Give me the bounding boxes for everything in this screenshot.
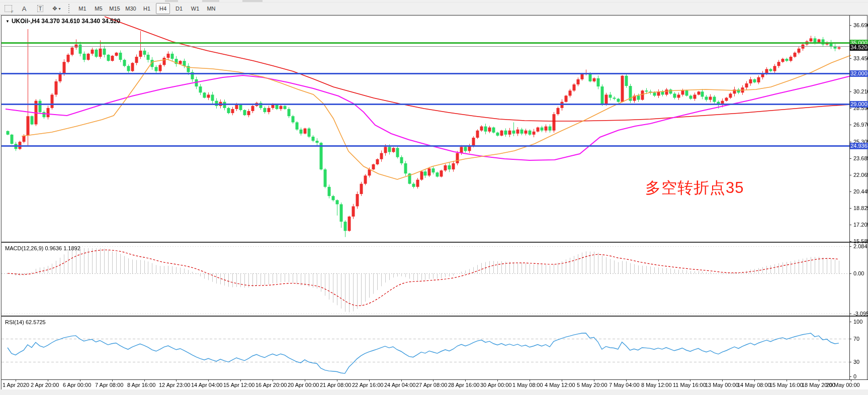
price-axis-label: 26.970	[853, 122, 868, 128]
axis-tick-mark	[849, 142, 851, 142]
time-tick-mark	[305, 380, 305, 381]
time-axis-label: 13 May 00:00	[705, 382, 739, 388]
rsi-panel-canvas[interactable]	[2, 317, 851, 379]
time-axis-label: 22 Apr 16:00	[352, 382, 383, 388]
price-axis-label: 20.445	[853, 188, 868, 194]
chart-text-annotation: 多空转折点35	[645, 177, 744, 199]
ohlc-readout: 34.370 34.610 34.340 34.520	[41, 18, 120, 25]
tf-button-d1[interactable]: D1	[172, 3, 186, 14]
axis-tick-mark	[849, 362, 851, 362]
period-separators-icon[interactable]: F	[1, 3, 15, 14]
time-tick-mark	[626, 380, 627, 381]
time-axis-label: 12 Apr 23:00	[159, 382, 190, 388]
time-axis-label: 15 Apr 12:00	[223, 382, 254, 388]
price-axis-label: 0	[853, 373, 856, 379]
time-axis-label: 7 May 04:00	[609, 382, 640, 388]
axis-tick-mark	[849, 208, 851, 209]
time-tick-mark	[690, 380, 690, 381]
symbol-name: UKOil-,H4	[12, 18, 40, 25]
time-tick-mark	[369, 380, 370, 381]
toolbar-separator[interactable]	[68, 4, 71, 13]
chart-toolbar: FAT❖▾M1M5M15M30H1H4D1W1MN	[0, 3, 868, 15]
chart-window: ▼UKOil-,H4 34.370 34.610 34.340 34.520 多…	[1, 15, 867, 389]
text-box-icon[interactable]: T	[33, 3, 47, 14]
price-axis-label: 100	[853, 319, 862, 325]
time-tick-mark	[176, 380, 177, 381]
time-axis-label: 30 Apr 00:00	[480, 382, 511, 388]
tf-button-m1[interactable]: M1	[75, 3, 90, 14]
price-axis-label: 2.084	[853, 243, 867, 249]
time-tick-mark	[401, 380, 402, 381]
time-axis-label: 28 Apr 16:00	[448, 382, 479, 388]
symbol-dropdown-icon[interactable]: ▼	[6, 19, 10, 24]
time-axis-label: 20 May 00:00	[826, 382, 860, 388]
price-axis-label: 23.685	[853, 155, 868, 161]
tf-button-w1[interactable]: W1	[188, 3, 202, 14]
time-axis-label: 15 May 16:00	[769, 382, 803, 388]
price-axis-label: 30	[853, 359, 859, 365]
time-axis-label: 1 Apr 2020	[3, 382, 29, 388]
time-tick-mark	[722, 380, 723, 381]
price-axis-label: -3.0957	[853, 311, 868, 317]
tf-button-mn[interactable]: MN	[204, 3, 218, 14]
tf-button-m30[interactable]: M30	[124, 3, 138, 14]
axis-tick-mark	[849, 322, 851, 322]
time-tick-mark	[80, 380, 80, 381]
mt4-terminal: FAT❖▾M1M5M15M30H1H4D1W1MN ▼UKOil-,H4 34.…	[0, 0, 868, 395]
panel-separator[interactable]	[2, 316, 868, 317]
tf-button-h4[interactable]: H4	[156, 3, 170, 14]
time-axis[interactable]: 1 Apr 20202 Apr 20:006 Apr 00:007 Apr 08…	[2, 379, 868, 390]
time-tick-mark	[240, 380, 241, 381]
tf-button-m5[interactable]: M5	[92, 3, 106, 14]
cropped-toolbar-fragment	[202, 0, 219, 2]
time-axis-label: 21 Apr 08:00	[320, 382, 351, 388]
macd-panel-canvas[interactable]	[2, 243, 851, 316]
time-axis-label: 11 May 16:00	[673, 382, 706, 388]
axis-tick-mark	[849, 273, 851, 274]
time-tick-mark	[658, 380, 659, 381]
cropped-toolbar-fragment	[165, 0, 178, 2]
price-axis-label: 22.065	[853, 172, 868, 178]
price-axis-label: 70	[853, 336, 859, 342]
time-tick-mark	[497, 380, 498, 381]
time-axis-label: 14 May 08:00	[737, 382, 771, 388]
time-axis-label: 16 Apr 20:00	[255, 382, 287, 388]
price-axis-label: 36.690	[853, 22, 868, 28]
axis-tick-mark	[849, 339, 851, 339]
time-tick-mark	[48, 380, 48, 381]
price-axis-label: 0.00	[853, 270, 864, 276]
rsi-indicator-label: RSI(14) 62.5725	[5, 319, 46, 325]
macd-indicator-label: MACD(12,26,9) 0.9636 1.1892	[5, 245, 80, 251]
tf-button-h1[interactable]: H1	[140, 3, 154, 14]
price-axis-label: 33.450	[853, 55, 868, 61]
axis-tick-mark	[849, 158, 851, 159]
time-axis-label: 4 May 12:00	[545, 382, 575, 388]
axis-tick-mark	[849, 125, 851, 125]
time-tick-mark	[112, 380, 113, 381]
time-tick-mark	[144, 380, 145, 381]
time-axis-label: 5 May 20:00	[577, 382, 607, 388]
time-tick-mark	[465, 380, 466, 381]
axis-tick-mark	[849, 241, 851, 242]
time-axis-label: 27 Apr 08:00	[416, 382, 447, 388]
time-axis-label: 8 May 12:00	[641, 382, 672, 388]
price-level-badge: 32.000	[850, 70, 868, 77]
price-chart-canvas[interactable]	[2, 16, 851, 242]
time-axis-label: 7 Apr 08:00	[95, 382, 123, 388]
axis-tick-mark	[849, 175, 851, 175]
text-label-icon[interactable]: A	[17, 3, 31, 14]
arrow-objects-icon[interactable]: ❖▾	[49, 3, 63, 14]
axis-tick-mark	[849, 314, 851, 314]
panel-separator[interactable]	[2, 242, 868, 243]
time-axis-label: 1 May 08:00	[512, 382, 543, 388]
price-axis-label: 30.210	[853, 88, 868, 94]
tf-button-m15[interactable]: M15	[108, 3, 122, 14]
cropped-toolbar-fragment	[242, 0, 263, 2]
axis-tick-mark	[849, 191, 851, 192]
axis-tick-mark	[849, 58, 851, 59]
price-axis-label: 18.825	[853, 205, 868, 211]
time-axis-label: 20 Apr 00:00	[288, 382, 319, 388]
time-tick-mark	[433, 380, 433, 381]
time-tick-mark	[787, 380, 787, 381]
bottom-strip	[0, 389, 868, 395]
